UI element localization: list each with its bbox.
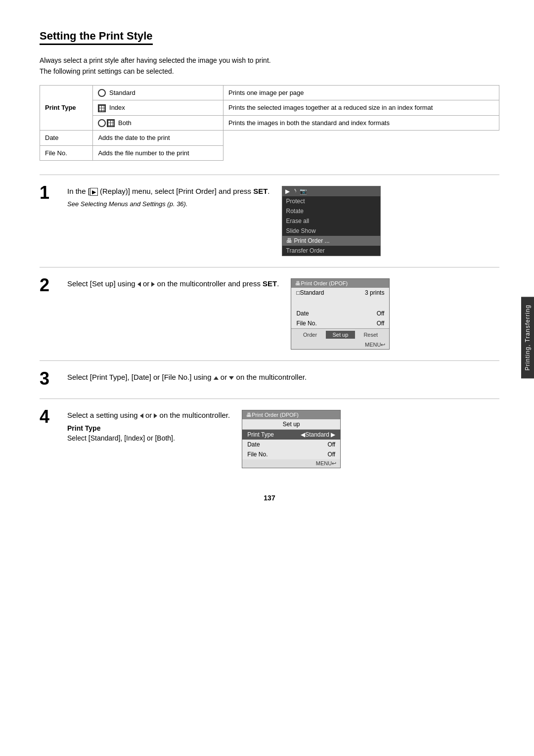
page-number: 137 bbox=[40, 494, 499, 502]
step-4-content: Select a setting using or on the multico… bbox=[67, 410, 499, 468]
step-4-number: 4 bbox=[40, 408, 57, 426]
screen2-nav: Order Set up Reset bbox=[291, 328, 389, 341]
screen4-date-label: Date bbox=[247, 441, 260, 448]
index-label: Index bbox=[109, 104, 125, 111]
menu-slide-show: Slide Show bbox=[282, 226, 380, 236]
screen2-menu: MENU↩ bbox=[291, 341, 389, 349]
step-1-number: 1 bbox=[40, 184, 57, 202]
step-1-note: See Selecting Menus and Settings (p. 36)… bbox=[67, 200, 270, 208]
circle-icon bbox=[98, 89, 106, 97]
step-4-screen: 🖶Print Order (DPOF) Set up Print Type ◀S… bbox=[242, 410, 341, 468]
print-order-icon: 🖶 bbox=[286, 237, 292, 244]
page: Setting the Print Style Always select a … bbox=[0, 0, 534, 532]
settings-table: Print Type Standard Prints one image per… bbox=[40, 85, 499, 161]
screen2-date-label: Date bbox=[296, 310, 309, 317]
menu-transfer-order: Transfer Order bbox=[282, 246, 380, 256]
step-1-row: In the [▶ (Replay)] menu, select [Print … bbox=[67, 186, 499, 256]
screen2-title: 🖶Print Order (DPOF) bbox=[291, 279, 389, 288]
screen2-fileno-row: File No. Off bbox=[291, 318, 389, 328]
sidebar-label: Printing, Transferring bbox=[521, 297, 534, 378]
screen4-printtype-row: Print Type ◀Standard ▶ bbox=[242, 430, 340, 440]
intro-text: Always select a print style after having… bbox=[40, 55, 499, 77]
grid-icon bbox=[98, 104, 106, 112]
step-1-content: In the [▶ (Replay)] menu, select [Print … bbox=[67, 186, 499, 256]
step-1-screen: ▶ 𝅮𝅮 📷 Protect Rotate Erase all Slide Sh… bbox=[282, 186, 381, 256]
both-icon bbox=[98, 119, 115, 127]
step-4-subtext: Select [Standard], [Index] or [Both]. bbox=[67, 434, 175, 442]
step-4-subblock: Print Type Select [Standard], [Index] or… bbox=[67, 424, 230, 442]
screen4-printtype-value: ◀Standard ▶ bbox=[301, 431, 335, 438]
screen2-standard-label: □Standard bbox=[296, 289, 324, 296]
settings-menu-icon: 📷 bbox=[300, 188, 307, 195]
standard-icon-cell: Standard bbox=[93, 85, 223, 100]
set-bold-2: SET bbox=[263, 279, 277, 288]
screen2-spacer bbox=[291, 298, 389, 309]
step-1-text-block: In the [▶ (Replay)] menu, select [Print … bbox=[67, 186, 270, 208]
print-type-sublabel: Print Type bbox=[67, 424, 230, 432]
table-row: Print Type Standard Prints one image per… bbox=[40, 85, 499, 100]
table-row: Index Prints the selected images togethe… bbox=[40, 100, 499, 116]
screen2-standard-row: □Standard 3 prints bbox=[291, 288, 389, 298]
step-3: 3 Select [Print Type], [Date] or [File N… bbox=[40, 360, 499, 399]
both-label: Both bbox=[118, 119, 132, 127]
screen4-fileno-row: File No. Off bbox=[242, 449, 340, 459]
fileno-description: Adds the file number to the print bbox=[93, 145, 223, 161]
step-3-content: Select [Print Type], [Date] or [File No.… bbox=[67, 372, 499, 386]
screen2-date-row: Date Off bbox=[291, 309, 389, 318]
date-description: Adds the date to the print bbox=[93, 131, 223, 146]
standard-description: Prints one image per page bbox=[223, 85, 499, 100]
step-2-text-block: Select [Set up] using or on the multicon… bbox=[67, 278, 279, 293]
screen4-title: 🖶Print Order (DPOF) bbox=[242, 410, 340, 419]
both-icon-cell: Both bbox=[93, 115, 223, 131]
down-arrow-icon-3 bbox=[229, 376, 234, 380]
step-2-row: Select [Set up] using or on the multicon… bbox=[67, 278, 499, 350]
menu-protect: Protect bbox=[282, 196, 380, 206]
step-4: 4 Select a setting using or on the multi… bbox=[40, 399, 499, 479]
step-1-text: In the [▶ (Replay)] menu, select [Print … bbox=[67, 186, 270, 197]
left-arrow-icon-4 bbox=[140, 413, 143, 418]
replay-icon: ▶ bbox=[90, 188, 98, 196]
table-row: Date Adds the date to the print bbox=[40, 131, 499, 146]
screen4-fileno-value: Off bbox=[327, 451, 335, 458]
step-2-number: 2 bbox=[40, 276, 57, 294]
screen4-fileno-label: File No. bbox=[247, 451, 267, 458]
index-description: Prints the selected images together at a… bbox=[223, 100, 499, 116]
screen4-menu: MENU↩ bbox=[242, 459, 340, 468]
grid-small-icon bbox=[107, 119, 115, 127]
screen2-date-value: Off bbox=[377, 310, 385, 317]
standard-label: Standard bbox=[109, 89, 135, 96]
set-bold-1: SET bbox=[253, 187, 267, 195]
nav-setup: Set up bbox=[326, 331, 355, 339]
menu-erase-all: Erase all bbox=[282, 216, 380, 226]
table-row: File No. Adds the file number to the pri… bbox=[40, 145, 499, 161]
step-3-text: Select [Print Type], [Date] or [File No.… bbox=[67, 372, 499, 383]
both-description: Prints the images in both the standard a… bbox=[223, 115, 499, 131]
date-label: Date bbox=[40, 131, 93, 146]
step-2-content: Select [Set up] using or on the multicon… bbox=[67, 278, 499, 350]
screen2-standard-value: 3 prints bbox=[365, 289, 384, 296]
screen1-menubar: ▶ 𝅮𝅮 📷 bbox=[282, 186, 380, 196]
step-4-row: Select a setting using or on the multico… bbox=[67, 410, 499, 468]
circle-small-icon bbox=[98, 119, 106, 127]
step-2-screen: 🖶Print Order (DPOF) □Standard 3 prints D… bbox=[291, 278, 390, 350]
replay-menu-icon: ▶ bbox=[285, 188, 290, 195]
screen4-date-row: Date Off bbox=[242, 440, 340, 449]
left-arrow-icon-2 bbox=[137, 282, 141, 287]
screen2-fileno-label: File No. bbox=[296, 320, 316, 327]
table-row: Both Prints the images in both the stand… bbox=[40, 115, 499, 131]
nav-order: Order bbox=[295, 331, 324, 339]
nav-reset: Reset bbox=[356, 331, 385, 339]
step-2: 2 Select [Set up] using or on the multic… bbox=[40, 267, 499, 360]
step-3-number: 3 bbox=[40, 370, 57, 388]
step-2-text: Select [Set up] using or on the multicon… bbox=[67, 278, 279, 290]
screen4-subtitle: Set up bbox=[242, 419, 340, 430]
menu-rotate: Rotate bbox=[282, 206, 380, 216]
screen2-fileno-value: Off bbox=[377, 320, 385, 327]
page-title: Setting the Print Style bbox=[40, 30, 153, 45]
print-type-label: Print Type bbox=[40, 85, 93, 131]
screen4-printtype-label: Print Type bbox=[247, 431, 274, 438]
fileno-label: File No. bbox=[40, 145, 93, 161]
step-4-text: Select a setting using or on the multico… bbox=[67, 410, 230, 421]
right-arrow-icon-2 bbox=[151, 282, 155, 287]
index-icon-cell: Index bbox=[93, 100, 223, 116]
